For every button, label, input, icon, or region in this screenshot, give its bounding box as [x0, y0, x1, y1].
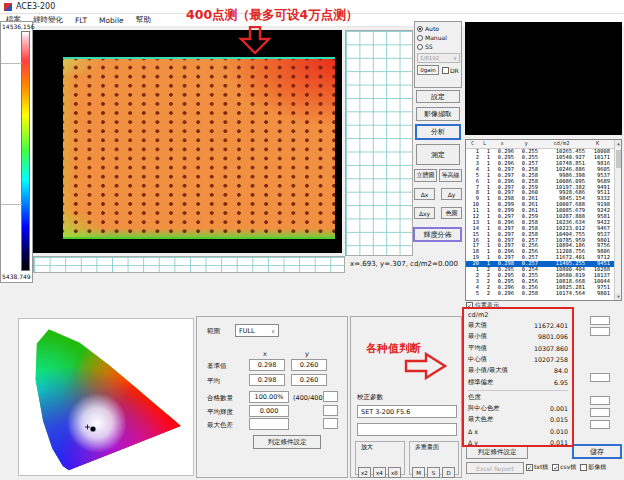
- pass-count-box[interactable]: [323, 391, 338, 402]
- image-capture-button[interactable]: 影像擷取: [416, 107, 460, 121]
- delta-xy-button[interactable]: Δxy: [414, 207, 435, 219]
- calibration-blank-field[interactable]: [357, 423, 457, 436]
- measurement-point-marker: [90, 426, 95, 431]
- zoom-x4-button[interactable]: x4: [373, 467, 386, 478]
- stat-value: 0.015: [550, 416, 568, 423]
- stat-side-box[interactable]: [590, 420, 610, 429]
- heatmap-surface[interactable]: [63, 57, 335, 239]
- zoom-x8-button[interactable]: x8: [388, 467, 401, 478]
- stat-row: 最小值9801.096: [468, 331, 568, 342]
- horizontal-profile-grid: [33, 256, 345, 273]
- luminance-section-label: cd/m2: [468, 311, 568, 320]
- judge-condition-settings-button[interactable]: 判定條件設定: [466, 446, 528, 459]
- reference-x-field[interactable]: 0.298: [249, 359, 285, 371]
- stat-side-box[interactable]: [590, 316, 610, 325]
- multi-screen-S-button[interactable]: S: [427, 467, 440, 478]
- dr-checkbox[interactable]: DR: [442, 67, 459, 74]
- y-column-header: y: [305, 350, 309, 358]
- stat-label: 最小值/最大值: [468, 366, 508, 375]
- delta-x-button[interactable]: Δx: [414, 188, 435, 200]
- table-row[interactable]: 520.2960.25810174.5649801: [466, 290, 615, 296]
- checkbox-txt檔[interactable]: ✓txt檔: [526, 463, 548, 472]
- stat-label: 最大值: [468, 321, 487, 330]
- colorbar-tick: [1, 63, 22, 64]
- stat-side-box[interactable]: [590, 408, 610, 417]
- gain-row: 0gainDR: [417, 65, 460, 75]
- analyze-button[interactable]: 分析: [415, 124, 461, 140]
- pass-count-field[interactable]: 100.00%: [249, 391, 289, 403]
- pass-count-label: 合格數量: [207, 394, 233, 403]
- range-label: 範圍: [207, 327, 220, 336]
- range-select[interactable]: FULL ∨: [235, 324, 279, 337]
- menu-item-經時變化[interactable]: 經時變化: [33, 15, 63, 25]
- stat-side-box[interactable]: [590, 396, 610, 405]
- max-color-diff-box[interactable]: [323, 418, 338, 429]
- table-header: CLxycd/m2K: [466, 140, 621, 149]
- stat-value: 6.95: [554, 379, 568, 386]
- scroll-up-button[interactable]: ▲: [615, 140, 622, 147]
- radio-auto[interactable]: Auto: [417, 24, 460, 33]
- stat-side-box[interactable]: [590, 327, 610, 336]
- stat-label: 標準偏差: [468, 378, 493, 387]
- multi-group-buttons: MSD: [412, 460, 457, 479]
- radio-ss[interactable]: SS: [417, 42, 460, 51]
- chroma-stats: 與中心色差0.001最大色差0.015Δ x0.010Δ y0.011: [468, 403, 568, 448]
- settings-button[interactable]: 設定: [416, 90, 460, 103]
- annotation-top-text: 400点测（最多可设4万点测）: [186, 7, 358, 24]
- window-title: ACE3-200: [16, 2, 55, 11]
- judge-condition-button[interactable]: 判定條件設定: [253, 435, 321, 449]
- chevron-down-icon: ∨: [453, 55, 457, 61]
- measure-button[interactable]: 測定: [416, 144, 460, 165]
- average-luminance-box[interactable]: [323, 405, 338, 416]
- multi-screen-D-button[interactable]: D: [442, 467, 455, 478]
- average-luminance-field[interactable]: 0.000: [249, 405, 289, 417]
- stat-row: Δ x0.010: [468, 425, 568, 436]
- menu-item-FLT[interactable]: FLT: [75, 16, 87, 25]
- annotation-right-arrow-icon: [404, 352, 448, 380]
- checkbox-csv檔[interactable]: ✓csv檔: [552, 463, 576, 472]
- contour-button[interactable]: 等高線: [439, 169, 462, 182]
- average-luminance-label: 平均輝度: [207, 408, 233, 417]
- stat-value: 0.001: [550, 405, 568, 412]
- reference-y-field[interactable]: 0.260: [291, 359, 327, 371]
- column-header: x: [490, 141, 514, 146]
- menu-item-幫助[interactable]: 幫助: [136, 15, 151, 25]
- checkbox-icon: ✓: [552, 464, 559, 471]
- radio-icon: [417, 35, 423, 41]
- stat-value: 10207.258: [534, 356, 568, 363]
- checkbox-影像檔[interactable]: 影像檔: [580, 463, 606, 472]
- save-button[interactable]: 儲存: [572, 444, 622, 459]
- checkbox-label: DR: [450, 67, 459, 74]
- average-y-field[interactable]: 0.260: [291, 374, 327, 386]
- excel-report-button[interactable]: Excel Report: [466, 462, 524, 474]
- gain-button[interactable]: 0gain: [417, 65, 439, 75]
- color-map-button[interactable]: 色圖: [441, 207, 462, 219]
- checkbox-icon: ✓: [466, 302, 473, 309]
- radio-label: Auto: [425, 25, 439, 32]
- position-display-checkbox[interactable]: ✓ 位置表示: [466, 301, 499, 310]
- scroll-thumb[interactable]: [616, 150, 621, 168]
- luminance-distribution-button[interactable]: 輝度分佈: [413, 227, 462, 242]
- scroll-down-button[interactable]: ▼: [615, 293, 622, 300]
- stat-value: 11672.401: [534, 322, 568, 329]
- app-window: ACE3-200 檔案經時變化FLTMobile幫助 14536.156 543…: [0, 0, 624, 480]
- stat-side-box[interactable]: [590, 373, 610, 382]
- delta-y-button[interactable]: Δy: [441, 188, 462, 200]
- table-scrollbar[interactable]: ▲ ▼: [614, 140, 621, 300]
- zoom-x2-button[interactable]: x2: [358, 467, 371, 478]
- checkbox-icon: [580, 464, 587, 471]
- view-3d-button[interactable]: 立體圖: [414, 169, 437, 182]
- average-x-field[interactable]: 0.298: [249, 374, 285, 386]
- table-cell: 10174.564: [538, 291, 585, 296]
- multi-screen-M-button[interactable]: M: [412, 467, 425, 478]
- range-value: FULL: [239, 327, 255, 335]
- zoom-group: 放大 x2x4x8: [355, 441, 405, 475]
- chroma-section-label: 色度: [468, 393, 568, 403]
- radio-manual[interactable]: Manual: [417, 33, 460, 42]
- calibration-preset-field[interactable]: SET 3-200 F5.6: [357, 405, 457, 418]
- max-color-diff-field[interactable]: [249, 418, 289, 430]
- menu-item-Mobile[interactable]: Mobile: [99, 16, 124, 25]
- zoom-group-label: 放大: [360, 443, 374, 452]
- chevron-down-icon: ∨: [271, 328, 275, 334]
- shutter-select[interactable]: 1/8192∨: [417, 53, 460, 63]
